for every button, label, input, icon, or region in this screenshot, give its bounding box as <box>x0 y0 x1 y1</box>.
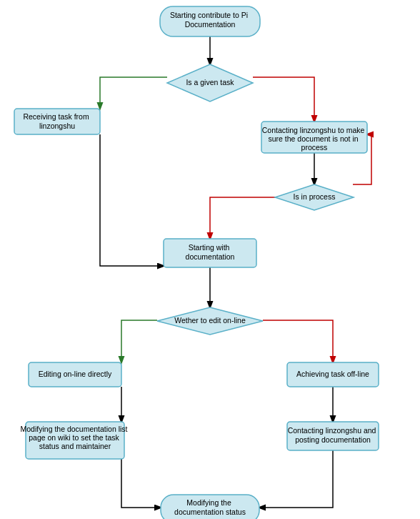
arrow-diamond2-to-startdoc <box>210 197 276 239</box>
arrow-contactpost-to-modifystatus <box>259 449 333 508</box>
node-diamond1-text: Is a given task <box>186 78 234 86</box>
node-contactpost-text: Contacting linzongshu and posting docume… <box>288 426 379 444</box>
arrow-receive-to-startdoc <box>100 134 164 266</box>
arrow-modifydoc-to-modifystatus <box>121 453 161 508</box>
flowchart: Starting contribute to Pi Documentation … <box>0 0 420 519</box>
arrow-diamond3-to-achieveoff <box>263 320 333 362</box>
arrow-diamond1-to-receive <box>100 77 167 109</box>
node-startdoc-text: Starting with documentation <box>186 243 235 261</box>
node-achieveoff-text: Achieving task off-line <box>296 370 369 378</box>
arrow-diamond1-to-contact1 <box>253 77 314 122</box>
node-editonline-text: Editing on-line directly <box>39 370 112 378</box>
arrow-diamond3-to-editonline <box>121 320 157 362</box>
node-diamond2-text: Is in process <box>294 192 336 201</box>
node-diamond3-text: Wether to edit on-line <box>174 316 246 325</box>
